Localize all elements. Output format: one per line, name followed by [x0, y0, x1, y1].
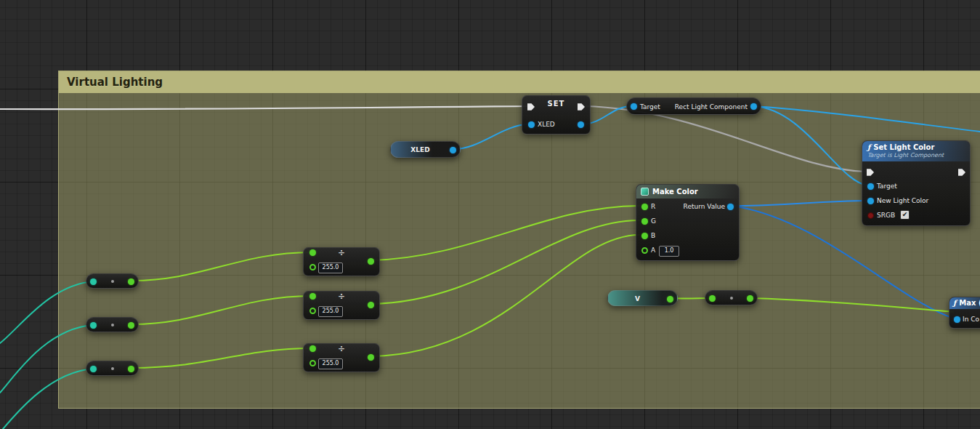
- divide-output-pin[interactable]: [368, 354, 374, 361]
- set-light-color-title: Set Light Color: [873, 143, 934, 151]
- xled-input-label: XLED: [538, 121, 555, 129]
- divide-node-2[interactable]: ÷ 255.0: [303, 291, 380, 320]
- rect-light-component-node[interactable]: Target Rect Light Component: [626, 97, 761, 115]
- divide-input-b-pin[interactable]: [309, 264, 316, 270]
- convert-node-1[interactable]: [86, 273, 139, 289]
- convert-node-3[interactable]: [86, 361, 139, 376]
- divide-b-value-field[interactable]: 255.0: [318, 306, 343, 317]
- blueprint-graph-canvas[interactable]: Virtual Lighting SET: [0, 0, 980, 429]
- function-icon: ƒ: [867, 143, 870, 151]
- convert-output-pin[interactable]: [747, 295, 753, 302]
- divide-node-1[interactable]: ÷ 255.0: [303, 247, 380, 276]
- divide-b-value-field[interactable]: 255.0: [318, 358, 343, 369]
- comment-header[interactable]: Virtual Lighting: [59, 71, 980, 93]
- set-light-color-header[interactable]: ƒSet Light Color Target is Light Compone…: [862, 141, 970, 161]
- set-light-color-node[interactable]: ƒSet Light Color Target is Light Compone…: [862, 140, 971, 226]
- return-value-label: Return Value: [684, 203, 725, 211]
- a-input-pin[interactable]: [641, 247, 648, 254]
- rect-light-output-pin[interactable]: [750, 103, 757, 110]
- target-input-label: Target: [877, 183, 897, 191]
- make-color-header[interactable]: Make Color: [636, 185, 739, 199]
- max-input-pin[interactable]: [954, 316, 960, 323]
- divide-output-pin[interactable]: [368, 302, 374, 308]
- make-color-node[interactable]: Make Color R G B A 1.0 Return Value: [636, 184, 740, 261]
- max-input-label: In Co: [963, 316, 979, 324]
- srgb-input-pin[interactable]: [867, 212, 874, 219]
- convert-node-4[interactable]: [705, 290, 758, 305]
- convert-output-pin[interactable]: [128, 322, 134, 329]
- max-node-title: Max (: [959, 299, 980, 307]
- convert-dot-icon: [111, 367, 114, 370]
- convert-output-pin[interactable]: [128, 366, 134, 372]
- srgb-checkbox[interactable]: ✔: [900, 210, 910, 220]
- xled-get-node[interactable]: XLED: [390, 141, 461, 158]
- rect-light-target-pin[interactable]: [631, 103, 637, 110]
- convert-dot-icon: [111, 324, 114, 326]
- return-value-pin[interactable]: [727, 204, 734, 210]
- make-color-title: Make Color: [652, 188, 698, 196]
- xled-get-label: XLED: [391, 146, 450, 153]
- v-get-node[interactable]: V: [607, 290, 678, 306]
- g-label: G: [651, 217, 656, 225]
- exec-out-pin[interactable]: [958, 169, 965, 176]
- convert-input-pin[interactable]: [709, 295, 716, 302]
- convert-input-pin[interactable]: [90, 278, 97, 285]
- convert-dot-icon: [730, 297, 733, 300]
- set-xled-node[interactable]: SET XLED: [522, 95, 591, 135]
- max-node[interactable]: ƒMax ( In Co: [949, 297, 980, 329]
- function-icon: ƒ: [953, 299, 956, 307]
- b-label: B: [651, 232, 655, 240]
- set-light-color-subtitle: Target is Light Component: [867, 152, 965, 159]
- divide-input-b-pin[interactable]: [309, 360, 316, 366]
- divide-icon: ÷: [304, 292, 379, 302]
- b-input-pin[interactable]: [641, 233, 648, 239]
- rect-light-output-label: Rect Light Component: [675, 103, 748, 111]
- divide-b-value-field[interactable]: 255.0: [318, 262, 343, 273]
- divide-icon: ÷: [304, 248, 379, 258]
- convert-input-pin[interactable]: [90, 322, 97, 329]
- divide-input-b-pin[interactable]: [309, 308, 316, 314]
- v-output-pin[interactable]: [667, 296, 673, 302]
- convert-node-2[interactable]: [86, 317, 139, 332]
- xled-output-pin[interactable]: [578, 121, 584, 128]
- new-light-color-input-pin[interactable]: [867, 198, 874, 204]
- srgb-label: SRGB: [877, 212, 895, 220]
- r-label: R: [651, 203, 655, 211]
- rect-light-target-label: Target: [640, 103, 660, 111]
- xled-get-output-pin[interactable]: [450, 147, 456, 153]
- comment-title: Virtual Lighting: [67, 76, 163, 89]
- v-get-label: V: [608, 295, 667, 302]
- max-node-header[interactable]: ƒMax (: [949, 297, 980, 309]
- convert-input-pin[interactable]: [90, 366, 97, 372]
- target-input-pin[interactable]: [867, 183, 874, 190]
- convert-output-pin[interactable]: [128, 278, 134, 285]
- divide-icon: ÷: [304, 344, 379, 354]
- exec-in-pin[interactable]: [867, 169, 874, 176]
- g-input-pin[interactable]: [641, 218, 648, 225]
- comment-box-virtual-lighting[interactable]: Virtual Lighting: [58, 71, 980, 409]
- convert-dot-icon: [111, 280, 114, 283]
- new-light-color-label: New Light Color: [877, 197, 928, 205]
- divide-output-pin[interactable]: [368, 258, 374, 265]
- xled-input-pin[interactable]: [528, 121, 535, 128]
- r-input-pin[interactable]: [641, 204, 648, 210]
- a-value-field[interactable]: 1.0: [659, 246, 679, 257]
- a-label: A: [651, 246, 655, 254]
- make-struct-icon: [641, 188, 649, 196]
- divide-node-3[interactable]: ÷ 255.0: [303, 343, 380, 372]
